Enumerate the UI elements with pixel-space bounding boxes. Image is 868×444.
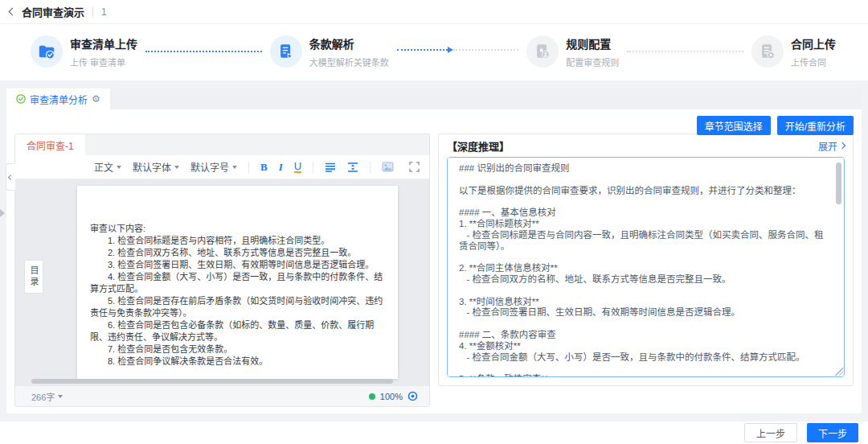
chapter-range-button[interactable]: 章节范围选择 xyxy=(697,116,771,135)
doc-item: 2. 检查合同双方名称、地址、联系方式等信息是否完整且一致。 xyxy=(90,247,385,259)
top-bar: 合同审查演示 1 xyxy=(0,0,868,24)
editor-status-bar: 266字 100% xyxy=(15,385,429,406)
toc-tab[interactable]: 目录 xyxy=(24,260,43,294)
step-subtitle: 上传 审查清单 xyxy=(70,56,137,68)
app-root: 合同审查演示 1 审查清单上传 上传 审查清单 条款解析 大模型解析关键条款 xyxy=(0,0,868,444)
reasoning-title: 【深度推理】 xyxy=(447,138,510,154)
align-justify-icon[interactable] xyxy=(325,162,336,172)
step-clause-parse[interactable]: 条款解析 大模型解析关键条款 xyxy=(270,35,389,68)
font-family-dropdown[interactable]: 默认字体 xyxy=(133,160,179,174)
step-subtitle: 大模型解析关键条款 xyxy=(309,56,389,68)
doc-item: 3. 检查合同签署日期、生效日期、有效期等时间信息是否逻辑合理。 xyxy=(90,259,385,271)
doc-item: 1. 检查合同标题是否与内容相符，且明确标注合同类型。 xyxy=(90,235,385,247)
title-divider xyxy=(92,7,93,17)
paragraph-style-dropdown[interactable]: 正文 xyxy=(94,160,121,174)
toolbar-divider xyxy=(370,162,371,173)
rule-config-icon xyxy=(526,35,559,68)
step-contract-upload[interactable]: 合同上传 上传合同 xyxy=(751,35,836,68)
zoom-level: 100% xyxy=(380,392,403,401)
textarea-resize-handle[interactable] xyxy=(835,368,843,376)
document-canvas: 目录 审查以下内容: 1. 检查合同标题是否与内容相符，且明确标注合同类型。 2… xyxy=(15,179,429,385)
content-panels: 合同审查-1 正文 默认字体 默认字号 B I U xyxy=(6,134,862,407)
chevron-right-icon xyxy=(839,142,845,149)
chevron-down-icon xyxy=(174,166,179,169)
page-count: 1 xyxy=(101,6,107,18)
workflow-stepper: 审查清单上传 上传 审查清单 条款解析 大模型解析关键条款 规则配置 配置审查规 xyxy=(0,24,868,80)
left-panel-expand-handle[interactable] xyxy=(0,209,5,217)
step-title: 合同上传 xyxy=(791,38,836,51)
chevron-down-icon xyxy=(232,166,237,169)
doc-item: 4. 检查合同金额（大写、小写）是否一致，且与条款中的付款条件、结算方式匹配。 xyxy=(90,271,385,295)
reasoning-textarea[interactable]: ### 识别出的合同审查规则 以下是根据你提供的合同审查要求，识别出的合同审查规… xyxy=(447,157,845,377)
stepper-connector-done xyxy=(145,51,262,52)
step-title: 审查清单上传 xyxy=(70,38,137,51)
status-dot-icon xyxy=(369,393,375,400)
deep-reasoning-panel: 【深度推理】 展开 ### 识别出的合同审查规则 以下是根据你提供的合同审查要求… xyxy=(438,134,854,386)
horizontal-scrollbar[interactable] xyxy=(31,379,416,384)
expand-link[interactable]: 展开 xyxy=(818,139,845,153)
step-title: 条款解析 xyxy=(309,38,389,51)
editor-tab-bar: 合同审查-1 xyxy=(15,134,429,155)
step-rule-config[interactable]: 规则配置 配置审查规则 xyxy=(526,35,619,68)
word-count-dropdown[interactable]: 266字 xyxy=(31,390,63,403)
editor-toolbar: 正文 默认字体 默认字号 B I U xyxy=(15,155,429,179)
chevron-left-icon xyxy=(8,174,14,179)
panel-collapse-handle[interactable] xyxy=(6,163,15,191)
italic-button[interactable]: I xyxy=(279,161,283,174)
doc-item: 5. 检查合同是否存在前后矛盾条款（如交货时间与验收时间冲突、违约责任与免责条款… xyxy=(90,295,385,319)
fullscreen-icon[interactable] xyxy=(409,162,420,172)
tab-label: 审查清单分析 xyxy=(30,92,88,106)
page-title: 合同审查演示 xyxy=(22,4,84,19)
folder-check-icon xyxy=(31,35,63,68)
prev-step-button[interactable]: 上一步 xyxy=(744,423,797,442)
doc-item: 8. 检查合同争议解决条款是否合法有效。 xyxy=(90,356,385,368)
doc-intro-line: 审查以下内容: xyxy=(90,223,385,235)
reasoning-header: 【深度推理】 展开 xyxy=(439,134,853,157)
contract-editor-panel: 合同审查-1 正文 默认字体 默认字号 B I U xyxy=(14,134,430,407)
toolbar-divider xyxy=(248,162,249,173)
analysis-actions: 章节范围选择 开始/重新分析 xyxy=(697,116,854,135)
document-parse-icon xyxy=(270,35,302,68)
check-circle-icon xyxy=(16,94,26,104)
zoom-reset-icon[interactable] xyxy=(407,391,418,401)
progress-arrow-icon xyxy=(448,47,453,53)
start-reanalyze-button[interactable]: 开始/重新分析 xyxy=(777,116,854,135)
gear-icon[interactable]: ⚙ xyxy=(92,94,100,104)
line-spacing-icon[interactable] xyxy=(347,162,358,172)
underline-button[interactable]: U xyxy=(294,161,301,173)
tab-contract-review-1[interactable]: 合同审查-1 xyxy=(15,134,85,155)
back-icon[interactable] xyxy=(9,8,17,16)
step-title: 规则配置 xyxy=(566,38,619,51)
bold-button[interactable]: B xyxy=(260,161,268,174)
footer-bar: 上一步 下一步 xyxy=(0,421,868,444)
step-review-list-upload[interactable]: 审查清单上传 上传 审查清单 xyxy=(31,35,137,68)
tab-review-list-analysis[interactable]: 审查清单分析 ⚙ xyxy=(6,88,110,109)
stepper-connector-progress xyxy=(397,47,519,53)
horizontal-scrollbar-thumb[interactable] xyxy=(31,379,393,384)
toolbar-divider xyxy=(313,162,313,173)
stepper-connector-pending xyxy=(627,51,743,52)
insert-image-icon[interactable] xyxy=(382,162,394,172)
chevron-down-icon xyxy=(58,395,63,398)
next-step-button[interactable]: 下一步 xyxy=(807,423,858,442)
step-subtitle: 上传合同 xyxy=(791,56,836,68)
doc-item: 7. 检查合同是否包含无效条款。 xyxy=(90,343,385,356)
contract-upload-icon xyxy=(751,35,784,68)
chevron-down-icon xyxy=(117,166,121,169)
document-page[interactable]: 审查以下内容: 1. 检查合同标题是否与内容相符，且明确标注合同类型。 2. 检… xyxy=(77,186,398,379)
font-size-dropdown[interactable]: 默认字号 xyxy=(190,160,237,174)
step-subtitle: 配置审查规则 xyxy=(566,56,619,68)
doc-item: 6. 检查合同是否包含必备条款（如标的、数量、质量、价款、履行期限、违约责任、争… xyxy=(90,319,385,343)
main-card: 审查清单分析 ⚙ 章节范围选择 开始/重新分析 合同审查-1 正文 默认字体 默… xyxy=(6,88,862,413)
vertical-scrollbar-thumb[interactable] xyxy=(836,162,841,204)
analysis-tab-bar: 审查清单分析 ⚙ xyxy=(6,88,862,109)
